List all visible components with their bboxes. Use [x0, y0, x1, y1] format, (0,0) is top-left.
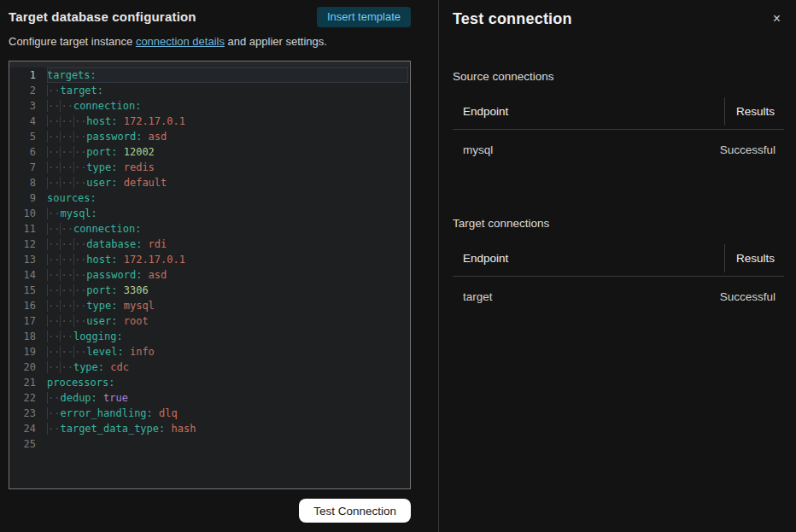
test-connection-button[interactable]: Test Connection	[299, 499, 411, 523]
line-number: 10	[9, 206, 47, 221]
indent-guide: ··	[73, 284, 86, 296]
indent-guide: ··	[73, 254, 86, 266]
code-line[interactable]: 5······password: asd	[9, 129, 410, 144]
code-content: ······database: rdi	[47, 237, 408, 252]
code-line[interactable]: 7······type: redis	[9, 160, 410, 175]
indent-guide: ··	[47, 85, 60, 96]
insert-template-button[interactable]: Insert template	[317, 7, 411, 27]
connection-details-link[interactable]: connection details	[136, 35, 225, 48]
code-line[interactable]: 20····type: cdc	[9, 360, 410, 375]
yaml-key: host:	[86, 115, 117, 127]
code-line[interactable]: 25	[9, 436, 410, 452]
subtitle-text-suffix: and applier settings.	[225, 35, 327, 48]
close-icon[interactable]: ×	[773, 12, 781, 26]
code-content: ··target_data_type: hash	[47, 421, 408, 436]
yaml-value: cdc	[104, 361, 129, 373]
indent-guide: ··	[47, 161, 60, 173]
indent-guide: ··	[47, 254, 60, 266]
code-line[interactable]: 24··target_data_type: hash	[9, 421, 410, 436]
panel-title: Test connection	[453, 9, 572, 29]
yaml-key: target:	[60, 85, 103, 96]
code-content	[47, 436, 408, 452]
code-line[interactable]: 2··target:	[9, 83, 410, 98]
indent-guide: ··	[60, 115, 73, 127]
page-title: Target database configuration	[9, 7, 196, 27]
code-content: ······host: 172.17.0.1	[47, 252, 408, 267]
code-line[interactable]: 22··dedup: true	[9, 390, 410, 406]
yaml-key: type:	[86, 161, 117, 173]
code-line[interactable]: 18····logging:	[9, 329, 410, 344]
code-content: ······password: asd	[47, 267, 408, 283]
yaml-key: port:	[86, 146, 117, 158]
code-content: ··dedup: true	[47, 390, 408, 406]
line-number: 5	[9, 129, 47, 144]
yaml-value: redis	[117, 161, 154, 173]
line-number: 7	[9, 160, 47, 175]
indent-guide: ··	[60, 161, 73, 173]
code-content: ······level: info	[47, 344, 408, 360]
yaml-key: dedup:	[60, 392, 97, 404]
code-content: targets:	[47, 67, 408, 83]
code-line[interactable]: 21processors:	[9, 375, 410, 390]
indent-guide: ··	[73, 146, 86, 158]
config-subtitle: Configure target instance connection det…	[9, 35, 411, 49]
yaml-value: info	[124, 346, 155, 358]
line-number: 14	[9, 267, 47, 283]
yaml-editor[interactable]: 1targets:2··target:3····connection:4····…	[9, 61, 411, 489]
line-number: 18	[9, 329, 47, 344]
code-content: ··target:	[47, 83, 408, 98]
code-line[interactable]: 8······user: default	[9, 175, 410, 190]
indent-guide: ··	[60, 269, 73, 281]
code-line[interactable]: 17······user: root	[9, 313, 410, 329]
indent-guide: ··	[47, 330, 60, 342]
target-table-header: Endpoint Results	[453, 241, 784, 277]
line-number: 17	[9, 313, 47, 329]
code-line[interactable]: 9sources:	[9, 190, 410, 206]
indent-guide: ··	[47, 223, 60, 235]
code-line[interactable]: 6······port: 12002	[9, 144, 410, 160]
code-line[interactable]: 19······level: info	[9, 344, 410, 360]
indent-guide: ··	[47, 300, 60, 312]
code-content: ······port: 3306	[47, 283, 408, 298]
endpoint-cell: target	[463, 290, 493, 303]
line-number: 8	[9, 175, 47, 190]
code-line[interactable]: 10··mysql:	[9, 206, 410, 221]
code-line[interactable]: 16······type: mysql	[9, 298, 410, 313]
line-number: 16	[9, 298, 47, 313]
indent-guide: ··	[73, 269, 86, 281]
config-header: Target database configuration Insert tem…	[9, 7, 411, 27]
code-line[interactable]: 11····connection:	[9, 221, 410, 237]
indent-guide: ··	[60, 300, 73, 312]
yaml-key: processors:	[47, 377, 114, 389]
indent-guide: ··	[60, 177, 73, 189]
indent-guide: ··	[60, 346, 73, 358]
yaml-value: rdi	[142, 238, 167, 250]
yaml-key: user:	[86, 315, 117, 327]
code-line[interactable]: 4······host: 172.17.0.1	[9, 114, 410, 129]
target-connections-heading: Target connections	[453, 217, 784, 231]
line-number: 25	[9, 436, 47, 452]
code-line[interactable]: 23··error_handling: dlq	[9, 406, 410, 421]
indent-guide: ··	[60, 131, 73, 143]
code-content: ····type: cdc	[47, 360, 408, 375]
line-number: 4	[9, 114, 47, 129]
code-line[interactable]: 3····connection:	[9, 98, 410, 114]
code-content: ··mysql:	[47, 206, 408, 221]
config-footer: Test Connection	[9, 489, 411, 523]
yaml-value: hash	[165, 423, 196, 435]
result-status: Successful	[720, 290, 776, 303]
line-number: 6	[9, 144, 47, 160]
yaml-key: type:	[86, 300, 117, 312]
code-line[interactable]: 13······host: 172.17.0.1	[9, 252, 410, 267]
code-line[interactable]: 1targets:	[9, 67, 410, 83]
yaml-value: default	[117, 177, 167, 189]
code-line[interactable]: 12······database: rdi	[9, 237, 410, 252]
editor-lines: 1targets:2··target:3····connection:4····…	[9, 67, 410, 452]
code-line[interactable]: 15······port: 3306	[9, 283, 410, 298]
subtitle-text-prefix: Configure target instance	[9, 35, 136, 48]
line-number: 24	[9, 421, 47, 436]
yaml-value: 3306	[117, 284, 148, 296]
indent-guide: ··	[47, 208, 60, 219]
code-content: ······host: 172.17.0.1	[47, 114, 408, 129]
code-line[interactable]: 14······password: asd	[9, 267, 410, 283]
